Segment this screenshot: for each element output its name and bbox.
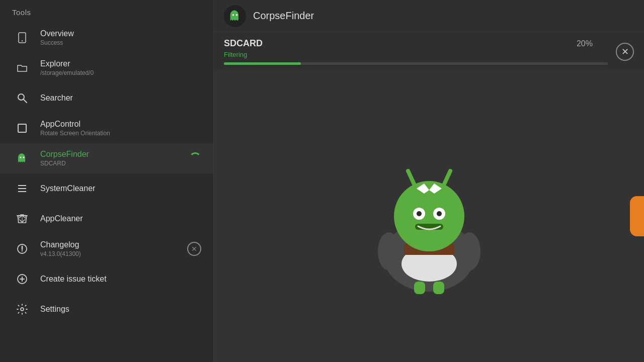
svg-line-4 <box>24 100 27 103</box>
appcontrol-label: AppControl <box>40 120 110 129</box>
main-content: CorpseFinder SDCARD 20% Filtering ✕ <box>214 0 644 362</box>
corpsefinder-spinner <box>189 152 201 164</box>
svg-point-24 <box>394 181 464 251</box>
svg-point-7 <box>23 157 25 158</box>
progress-bar-container <box>224 62 608 65</box>
sidebar-item-createissue[interactable]: Create issue ticket <box>0 264 213 294</box>
close-button[interactable]: ✕ <box>616 43 634 61</box>
sidebar-item-overview[interactable]: Overview Success <box>0 23 213 53</box>
sidebar: Tools Overview Success Explorer /storage… <box>0 0 214 362</box>
svg-point-6 <box>20 157 22 158</box>
app-icon <box>224 5 246 27</box>
sidebar-item-corpsefinder[interactable]: CorpseFinder SDCARD <box>0 143 213 173</box>
folder-icon <box>12 62 32 74</box>
changelog-subtitle: v4.13.0(41300) <box>40 250 81 257</box>
searcher-label: Searcher <box>40 94 73 103</box>
svg-rect-34 <box>414 282 425 294</box>
systemcleaner-label: SystemCleaner <box>40 184 95 193</box>
scan-percent: 20% <box>577 39 593 48</box>
changelog-icon <box>12 243 32 255</box>
svg-point-20 <box>236 14 238 16</box>
svg-point-18 <box>21 308 24 311</box>
sidebar-item-searcher[interactable]: Searcher <box>0 83 213 113</box>
sidebar-item-systemcleaner[interactable]: SystemCleaner <box>0 173 213 204</box>
main-header: CorpseFinder <box>214 0 644 32</box>
svg-line-25 <box>408 171 414 184</box>
scan-status: Filtering <box>224 51 608 58</box>
corpsefinder-subtitle: SDCARD <box>40 160 89 167</box>
svg-rect-5 <box>18 124 26 132</box>
createissue-label: Create issue ticket <box>40 275 107 284</box>
sidebar-item-settings[interactable]: Settings <box>0 294 213 324</box>
svg-point-14 <box>22 250 23 251</box>
explorer-label: Explorer <box>40 59 94 68</box>
svg-point-2 <box>22 41 23 42</box>
changelog-close-button[interactable]: ✕ <box>187 242 201 256</box>
side-panel-button[interactable] <box>630 196 644 236</box>
svg-point-19 <box>232 14 234 16</box>
sidebar-item-changelog[interactable]: Changelog v4.13.0(41300) ✕ <box>0 234 213 264</box>
appcleaner-label: AppCleaner <box>40 214 83 223</box>
settings-label: Settings <box>40 305 69 314</box>
createissue-icon <box>12 273 32 285</box>
progress-bar <box>224 62 301 65</box>
svg-line-26 <box>444 171 450 184</box>
mascot-area <box>214 70 644 362</box>
svg-point-3 <box>18 94 24 100</box>
scan-target: SDCARD <box>224 38 263 49</box>
android-mascot <box>364 136 495 297</box>
appcontrol-subtitle: Rotate Screen Orientation <box>40 130 110 137</box>
overview-subtitle: Success <box>40 39 74 46</box>
progress-section: SDCARD 20% Filtering ✕ <box>214 32 644 70</box>
phone-icon <box>12 32 32 44</box>
appcleaner-icon <box>12 213 32 225</box>
search-icon <box>12 92 32 104</box>
changelog-label: Changelog <box>40 240 81 249</box>
settings-icon <box>12 303 32 315</box>
corpsefinder-label: CorpseFinder <box>40 150 89 159</box>
svg-rect-35 <box>433 282 444 294</box>
ghost-icon <box>12 152 32 164</box>
sidebar-item-explorer[interactable]: Explorer /storage/emulated/0 <box>0 53 213 83</box>
svg-point-29 <box>417 211 422 216</box>
appcontrol-icon <box>12 122 32 134</box>
systemcleaner-icon <box>12 183 32 195</box>
explorer-subtitle: /storage/emulated/0 <box>40 69 94 76</box>
sidebar-item-appcleaner[interactable]: AppCleaner <box>0 204 213 234</box>
app-title: CorpseFinder <box>253 10 314 22</box>
svg-point-32 <box>378 232 400 270</box>
overview-label: Overview <box>40 29 74 38</box>
sidebar-item-appcontrol[interactable]: AppControl Rotate Screen Orientation <box>0 113 213 143</box>
svg-point-30 <box>437 211 442 216</box>
svg-point-33 <box>458 232 480 270</box>
sidebar-title: Tools <box>0 0 213 23</box>
